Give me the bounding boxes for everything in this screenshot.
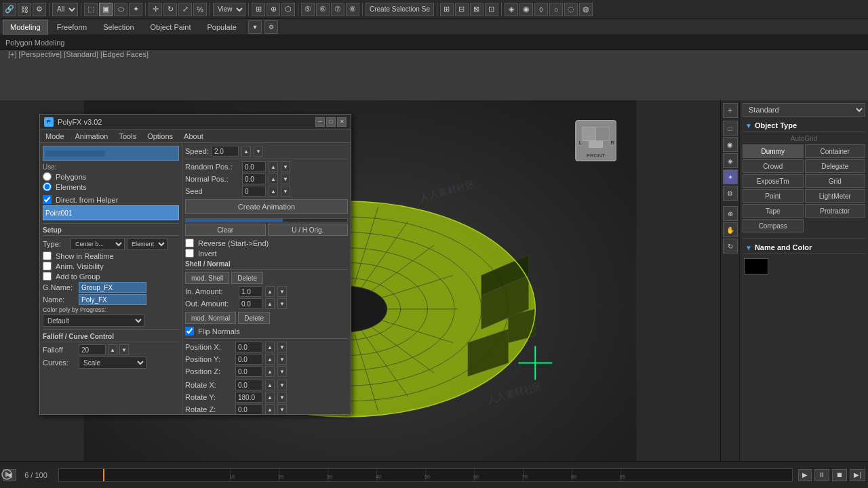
menu-tools[interactable]: Tools <box>116 132 139 140</box>
ry-up[interactable]: ▲ <box>265 392 275 403</box>
type-suffix-select[interactable]: Element <box>127 238 167 250</box>
mode-extra-icon[interactable]: ▼ <box>248 20 262 34</box>
render6-icon[interactable]: ◍ <box>579 3 593 16</box>
add-to-group-cb[interactable] <box>43 272 52 281</box>
tab-selection[interactable]: Selection <box>96 20 141 35</box>
mode-extra2-icon[interactable]: ⚙ <box>264 20 278 34</box>
npos-down[interactable]: ▼ <box>281 174 290 184</box>
delete-btn2[interactable]: Delete <box>238 312 270 324</box>
layout4-icon[interactable]: ⊡ <box>485 3 498 16</box>
speed-input[interactable] <box>212 146 239 157</box>
unlink-icon[interactable]: ⛓ <box>18 3 31 16</box>
seed-up[interactable]: ▲ <box>269 186 278 197</box>
delete-btn1[interactable]: Delete <box>231 272 263 284</box>
protractor-btn[interactable]: Protractor <box>805 204 866 218</box>
stop-btn[interactable]: ⏹ <box>832 469 847 481</box>
name-color-swatch[interactable] <box>744 258 768 274</box>
invert-cb[interactable] <box>185 249 194 258</box>
select-icon[interactable]: ⬚ <box>84 3 98 16</box>
grid-btn[interactable]: Grid <box>805 174 866 188</box>
gname-input[interactable] <box>79 282 146 293</box>
color-poly-select[interactable]: Default <box>43 314 144 327</box>
viewport[interactable]: TOP L R FRONT X Y 人人素材社区 人人素材社区 人人素材社区 <box>0 100 720 488</box>
nav-orbit-icon[interactable]: ↻ <box>723 239 738 253</box>
container-btn[interactable]: Container <box>805 144 866 158</box>
seed-input[interactable] <box>242 186 266 197</box>
anim3-icon[interactable]: ⑦ <box>331 3 344 16</box>
tab-freeform[interactable]: Freeform <box>50 20 95 35</box>
rz-up[interactable]: ▲ <box>265 404 275 414</box>
out-up[interactable]: ▲ <box>265 298 275 309</box>
link-icon[interactable]: 🔗 <box>3 3 16 16</box>
rot-x-input[interactable] <box>235 380 262 390</box>
menu-mode[interactable]: Mode <box>43 132 67 140</box>
reverse-cb[interactable] <box>185 239 194 247</box>
point-btn[interactable]: Point <box>743 189 804 203</box>
px-up[interactable]: ▲ <box>265 342 275 352</box>
create-icon[interactable]: + <box>723 103 738 118</box>
render3-icon[interactable]: ◊ <box>534 3 548 16</box>
mod-normal-btn[interactable]: mod. Normal <box>185 312 236 324</box>
layout2-icon[interactable]: ⊟ <box>455 3 469 16</box>
maximize-btn[interactable]: □ <box>326 117 336 127</box>
anim4-icon[interactable]: ⑧ <box>346 3 359 16</box>
rotate-icon[interactable]: ↻ <box>163 3 177 16</box>
menu-options[interactable]: Options <box>144 132 176 140</box>
rect-select-icon[interactable]: ▣ <box>99 3 113 16</box>
random-pos-input[interactable] <box>242 161 266 172</box>
in-up[interactable]: ▲ <box>265 286 275 297</box>
motion-icon[interactable]: ◉ <box>723 137 738 152</box>
scale-icon[interactable]: ⤢ <box>178 3 192 16</box>
render4-icon[interactable]: ○ <box>549 3 563 16</box>
rx-down[interactable]: ▼ <box>277 380 287 390</box>
flip-normals-cb[interactable] <box>185 327 194 336</box>
speed-down[interactable]: ▼ <box>254 146 263 157</box>
use-polygons-radio[interactable] <box>43 172 52 181</box>
rpos-down[interactable]: ▼ <box>281 161 290 172</box>
clear-btn[interactable]: Clear <box>185 224 266 236</box>
exposetm-btn[interactable]: ExposeTm <box>743 174 804 188</box>
anim-visibility-cb[interactable] <box>43 262 52 270</box>
pos-y-input[interactable] <box>235 354 262 365</box>
speed-up[interactable]: ▲ <box>241 146 251 157</box>
hierarchy-icon[interactable]: ◈ <box>723 153 738 168</box>
render1-icon[interactable]: ◈ <box>505 3 518 16</box>
lightmeter-btn[interactable]: LightMeter <box>805 189 866 203</box>
curves-select[interactable]: Scale <box>79 357 146 369</box>
type-select[interactable]: Center b... <box>71 238 125 250</box>
px-down[interactable]: ▼ <box>277 342 287 352</box>
lasso-icon[interactable]: ⬭ <box>114 3 127 16</box>
crowd-btn[interactable]: Crowd <box>743 159 804 173</box>
nav-pan-icon[interactable]: ✋ <box>723 222 738 237</box>
compass-btn[interactable]: Compass <box>743 219 804 232</box>
anim2-icon[interactable]: ⑥ <box>316 3 330 16</box>
top-highlight-input[interactable] <box>43 146 179 161</box>
pos-z-input[interactable] <box>235 366 262 377</box>
end-btn[interactable]: ▶| <box>850 469 865 481</box>
ry-down[interactable]: ▼ <box>277 392 287 403</box>
uh-orig-btn[interactable]: U / H Orig. <box>268 224 349 236</box>
close-btn[interactable]: ✕ <box>337 117 347 127</box>
bind-icon[interactable]: ⚙ <box>33 3 46 16</box>
name-input[interactable] <box>79 294 146 305</box>
tab-object-paint[interactable]: Object Paint <box>143 20 199 35</box>
timeline-track[interactable]: 10 20 30 40 50 60 70 80 85 <box>58 468 793 482</box>
dummy-btn[interactable]: Dummy <box>743 144 804 158</box>
rpos-up[interactable]: ▲ <box>269 161 278 172</box>
normal-pos-input[interactable] <box>242 174 266 184</box>
pause-btn[interactable]: ⏸ <box>814 469 829 481</box>
npos-up[interactable]: ▲ <box>269 174 278 184</box>
in-down[interactable]: ▼ <box>277 286 287 297</box>
tab-modeling[interactable]: Modeling <box>3 20 48 35</box>
falloff-up[interactable]: ▲ <box>108 344 117 355</box>
display-icon[interactable]: □ <box>723 121 738 136</box>
utility-icon[interactable]: ⚙ <box>723 186 738 201</box>
rz-down[interactable]: ▼ <box>277 404 287 414</box>
layout3-icon[interactable]: ⊠ <box>470 3 484 16</box>
create-animation-btn[interactable]: Create Animation <box>185 199 348 214</box>
minimize-btn[interactable]: ─ <box>315 117 325 127</box>
py-up[interactable]: ▲ <box>265 354 275 365</box>
pz-up[interactable]: ▲ <box>265 366 275 377</box>
snap-icon[interactable]: ⊞ <box>252 3 265 16</box>
create-selection-btn[interactable]: Create Selection Se <box>366 3 434 16</box>
